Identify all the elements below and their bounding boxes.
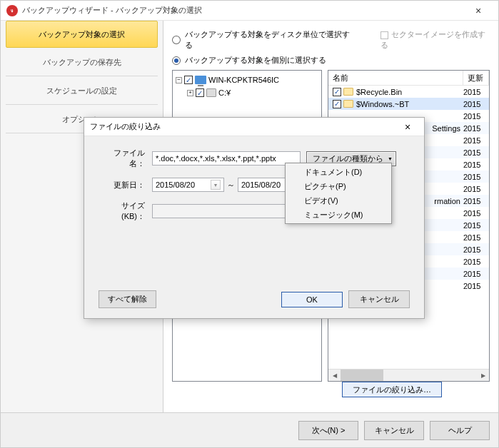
col-name[interactable]: 名前 — [328, 71, 463, 85]
col-updated[interactable]: 更新 — [463, 71, 489, 85]
file-date: 2015 — [463, 124, 489, 133]
sidebar-tab-destination[interactable]: バックアップの保存先 — [6, 49, 158, 76]
file-date: 2015 — [463, 136, 489, 145]
radio-icon — [172, 56, 181, 65]
file-date: 2015 — [463, 282, 489, 290]
sidebar-tab-label: バックアップ対象の選択 — [39, 29, 125, 40]
filter-button-row: ファイルの絞り込み… — [342, 385, 490, 395]
cancel-button[interactable]: キャンセル — [348, 290, 410, 308]
radio-by-disk[interactable]: バックアップする対象をディスク単位で選択する セクターイメージを作成する — [172, 29, 490, 51]
dialog-title: ファイルの絞り込み — [90, 121, 161, 132]
sector-image-label: セクターイメージを作成する — [380, 30, 485, 49]
dialog-titlebar: ファイルの絞り込み × — [84, 118, 424, 136]
menu-item-picture[interactable]: ピクチャ(P) — [287, 179, 390, 193]
date-separator: ～ — [224, 180, 238, 190]
file-date: 2015 — [463, 245, 489, 254]
file-date: 2015 — [463, 148, 489, 157]
ok-button[interactable]: OK — [281, 292, 343, 307]
sidebar-tab-target[interactable]: バックアップ対象の選択 — [6, 21, 158, 48]
file-date: 2015 — [463, 161, 489, 169]
file-date: 2015 — [463, 221, 489, 230]
clear-all-button[interactable]: すべて解除 — [99, 290, 156, 308]
file-date: 2015 — [463, 258, 489, 266]
file-date: 2015 — [463, 100, 489, 108]
tree-root-label: WIN-KCPKTR546IC — [208, 76, 279, 84]
folder-icon — [343, 100, 353, 108]
date-from-value: 2015/08/20 — [156, 180, 195, 189]
size-label: サイズ(KB)： — [99, 200, 152, 222]
file-date: 2015 — [463, 233, 489, 242]
scroll-right-icon[interactable]: ▶ — [477, 370, 489, 381]
file-date: 2015 — [463, 197, 489, 205]
file-name: $Recycle.Bin — [356, 88, 463, 96]
wizard-bottom-bar: 次へ(N) > キャンセル ヘルプ — [1, 413, 498, 447]
titlebar: バックアップウィザード - バックアップ対象の選択 × — [1, 1, 498, 21]
tree-drive[interactable]: + ✓ C:¥ — [176, 86, 318, 99]
radio-icon — [172, 36, 181, 44]
sidebar-tab-schedule[interactable]: スケジュールの設定 — [6, 78, 158, 105]
sidebar-tab-label: スケジュールの設定 — [46, 86, 117, 96]
date-label: 更新日： — [99, 180, 152, 190]
calendar-icon[interactable]: ▾ — [211, 180, 221, 190]
computer-icon — [195, 76, 206, 84]
file-date: 2015 — [463, 173, 489, 181]
folder-icon — [343, 88, 353, 96]
file-checkbox[interactable]: ✓ — [333, 88, 341, 96]
file-date: 2015 — [463, 88, 489, 96]
tree-expand-icon[interactable]: + — [187, 90, 193, 96]
menu-item-music[interactable]: ミュージック(M) — [287, 208, 390, 222]
scroll-left-icon[interactable]: ◀ — [328, 370, 341, 381]
file-type-menu: ドキュメント(D) ピクチャ(P) ビデオ(V) ミュージック(M) — [285, 163, 392, 224]
date-from-input[interactable]: 2015/08/20▾ — [152, 178, 224, 192]
scroll-thumb[interactable] — [341, 370, 383, 381]
radio-individual[interactable]: バックアップする対象を個別に選択する — [172, 55, 490, 66]
file-checkbox[interactable]: ✓ — [333, 100, 341, 108]
filename-label: ファイル名： — [99, 148, 152, 169]
app-icon — [6, 5, 18, 16]
sidebar-tab-label: バックアップの保存先 — [43, 57, 121, 68]
next-button[interactable]: 次へ(N) > — [298, 421, 358, 440]
chevron-down-icon: ▼ — [388, 156, 393, 161]
sector-image-checkbox: セクターイメージを作成する — [380, 29, 490, 51]
file-row[interactable]: ✓$Windows.~BT2015 — [328, 98, 489, 110]
cancel-button[interactable]: キャンセル — [364, 421, 424, 440]
file-date: 2015 — [463, 270, 489, 278]
radio-label: バックアップする対象をディスク単位で選択する — [185, 29, 352, 51]
dialog-footer: すべて解除 OK キャンセル — [84, 290, 424, 308]
file-date: 2015 — [463, 185, 489, 193]
tree-checkbox[interactable]: ✓ — [196, 88, 204, 97]
file-header: 名前 更新 — [328, 71, 489, 86]
tree-checkbox[interactable]: ✓ — [184, 76, 193, 84]
file-date: 2015 — [463, 112, 489, 121]
close-icon[interactable]: × — [464, 1, 493, 21]
tree-root[interactable]: − ✓ WIN-KCPKTR546IC — [176, 73, 318, 86]
file-name: $Windows.~BT — [356, 100, 463, 108]
close-icon[interactable]: × — [397, 121, 418, 133]
help-button[interactable]: ヘルプ — [430, 421, 490, 440]
date-to-value: 2015/08/20 — [241, 180, 281, 189]
tree-drive-label: C:¥ — [218, 88, 231, 97]
radio-label: バックアップする対象を個別に選択する — [185, 55, 326, 66]
drive-icon — [206, 88, 216, 97]
filename-input[interactable] — [152, 151, 301, 166]
tree-collapse-icon[interactable]: − — [176, 77, 182, 83]
menu-item-video[interactable]: ビデオ(V) — [287, 193, 390, 208]
window-title: バックアップウィザード - バックアップ対象の選択 — [22, 5, 202, 16]
file-filter-button[interactable]: ファイルの絞り込み… — [342, 382, 442, 397]
file-row[interactable]: ✓$Recycle.Bin2015 — [328, 86, 489, 98]
menu-item-document[interactable]: ドキュメント(D) — [287, 165, 390, 179]
horizontal-scrollbar[interactable]: ◀ ▶ — [328, 369, 489, 381]
file-date: 2015 — [463, 209, 489, 218]
